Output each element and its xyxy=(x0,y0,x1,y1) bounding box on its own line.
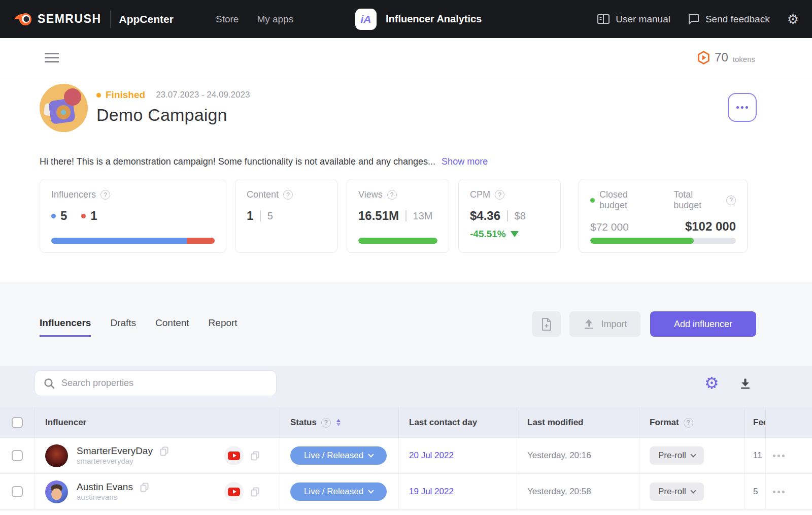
format-label: Pre-roll xyxy=(658,450,686,461)
help-icon[interactable]: ? xyxy=(321,418,331,428)
copy-icon[interactable] xyxy=(140,482,149,492)
value-separator xyxy=(260,210,261,221)
status-dropdown[interactable]: Live / Released xyxy=(290,446,387,465)
sort-toggle-icon[interactable] xyxy=(336,419,341,426)
last-contact-cell: 19 Jul 2022 xyxy=(398,474,517,509)
row-checkbox[interactable] xyxy=(12,486,23,497)
views-target: 13M xyxy=(413,210,433,222)
menu-hamburger-icon[interactable] xyxy=(45,53,59,65)
user-manual-button[interactable]: User manual xyxy=(597,13,670,25)
chevron-down-icon xyxy=(690,488,696,493)
cpm-card-label: CPM xyxy=(470,189,490,200)
show-more-link[interactable]: Show more xyxy=(442,156,488,167)
topnav-right-group: User manual Send feedback ⚙ xyxy=(597,0,799,38)
help-icon[interactable]: ? xyxy=(684,418,693,428)
help-icon[interactable]: ? xyxy=(283,190,293,200)
camera-lens-shape xyxy=(56,105,71,119)
row-actions-cell xyxy=(765,438,812,473)
last-modified-value: Yesterday, 20:58 xyxy=(527,487,591,497)
views-values: 16.51M 13M xyxy=(358,209,437,223)
copy-icon[interactable] xyxy=(160,446,168,456)
influencer-name[interactable]: SmarterEveryDay xyxy=(77,445,153,457)
column-header-influencer[interactable]: Influencer xyxy=(35,407,280,438)
nav-item-store[interactable]: Store xyxy=(216,14,239,25)
influencer-name-block: SmarterEveryDay smartereveryday xyxy=(77,445,168,466)
help-icon[interactable]: ? xyxy=(726,196,736,205)
row-menu-button[interactable] xyxy=(773,491,785,493)
nav-item-my-apps[interactable]: My apps xyxy=(257,14,293,25)
row-menu-button[interactable] xyxy=(773,455,785,457)
channel-links xyxy=(224,446,259,465)
row-checkbox-cell xyxy=(0,474,35,509)
tab-content[interactable]: Content xyxy=(155,317,189,337)
help-icon[interactable]: ? xyxy=(387,190,397,200)
brand-divider xyxy=(110,11,111,28)
status-dropdown[interactable]: Live / Released xyxy=(290,482,387,501)
stat-card-content: Content ? 1 5 xyxy=(235,179,337,253)
bar-segment-green xyxy=(358,238,437,244)
header-checkbox-cell xyxy=(0,407,35,438)
column-header-format[interactable]: Format ? xyxy=(639,407,745,438)
help-icon[interactable]: ? xyxy=(495,190,504,200)
column-header-actions xyxy=(765,407,812,438)
avatar[interactable] xyxy=(45,480,68,503)
help-icon[interactable]: ? xyxy=(100,190,110,200)
send-feedback-label: Send feedback xyxy=(705,14,770,25)
influencer-name-block: Austin Evans austinevans xyxy=(77,481,149,502)
content-values: 1 5 xyxy=(247,209,326,223)
last-contact-link[interactable]: 20 Jul 2022 xyxy=(409,450,454,461)
brand-name[interactable]: SEMRUSH xyxy=(38,12,101,26)
import-label: Import xyxy=(601,319,627,330)
influencer-analytics-app-icon[interactable]: iA xyxy=(355,9,377,30)
row-checkbox[interactable] xyxy=(12,450,23,461)
top-navigation: SEMRUSH AppCenter Store My apps iA Influ… xyxy=(0,0,812,38)
table-toolbar: ⚙ xyxy=(0,366,812,407)
format-dropdown[interactable]: Pre-roll xyxy=(650,446,704,465)
copy-icon[interactable] xyxy=(251,487,259,497)
format-dropdown[interactable]: Pre-roll xyxy=(650,482,704,501)
column-header-status[interactable]: Status ? xyxy=(280,407,398,438)
youtube-icon[interactable] xyxy=(224,482,244,501)
last-contact-link[interactable]: 19 Jul 2022 xyxy=(409,487,454,497)
influencer-name[interactable]: Austin Evans xyxy=(77,481,133,493)
import-button[interactable]: Import xyxy=(569,311,640,337)
select-all-checkbox[interactable] xyxy=(12,417,23,428)
avatar[interactable] xyxy=(45,444,68,467)
total-budget-label-group: Total budget ? xyxy=(673,189,736,211)
brand-group: SEMRUSH AppCenter xyxy=(14,0,174,38)
search-input[interactable] xyxy=(61,378,268,389)
send-feedback-button[interactable]: Send feedback xyxy=(688,13,770,25)
add-influencer-button[interactable]: Add influencer xyxy=(650,311,756,337)
tab-influencers[interactable]: Influencers xyxy=(40,317,91,337)
product-name[interactable]: AppCenter xyxy=(119,13,174,25)
column-header-last-contact[interactable]: Last contact day xyxy=(398,407,517,438)
settings-gear-icon[interactable]: ⚙ xyxy=(787,13,799,26)
export-file-button[interactable] xyxy=(532,311,561,337)
card-label-row: CPM ? xyxy=(470,189,549,200)
status-dot xyxy=(96,93,101,98)
status-cell: Live / Released xyxy=(280,474,398,509)
tokens-balance[interactable]: 70 tokens xyxy=(697,50,755,65)
content-card-label: Content xyxy=(247,189,279,200)
content-total: 5 xyxy=(267,210,273,222)
download-button[interactable] xyxy=(739,378,752,392)
youtube-icon[interactable] xyxy=(224,446,244,465)
tab-drafts[interactable]: Drafts xyxy=(110,317,136,337)
app-screen: SEMRUSH AppCenter Store My apps iA Influ… xyxy=(0,0,812,515)
tokens-unit: tokens xyxy=(733,52,755,63)
card-label-row: Influencers ? xyxy=(51,189,215,200)
tab-report[interactable]: Report xyxy=(209,317,238,337)
column-header-last-modified[interactable]: Last modified xyxy=(517,407,639,438)
fee-cell: 5 xyxy=(745,474,765,509)
budget-progress-bar xyxy=(590,238,736,244)
arrow-down-icon xyxy=(511,231,519,237)
chevron-down-icon xyxy=(368,488,374,493)
copy-icon[interactable] xyxy=(251,451,259,461)
campaign-meta: Finished 23.07.2023 - 24.09.2023 Demo Ca… xyxy=(96,89,250,125)
campaign-more-button[interactable] xyxy=(728,93,757,122)
table-settings-gear-icon[interactable]: ⚙ xyxy=(704,375,719,391)
influencer-handle: austinevans xyxy=(77,493,117,501)
last-contact-cell: 20 Jul 2022 xyxy=(398,438,517,473)
column-header-fee[interactable]: Fee xyxy=(745,407,765,438)
influencers-live-count: 5 xyxy=(60,209,67,223)
